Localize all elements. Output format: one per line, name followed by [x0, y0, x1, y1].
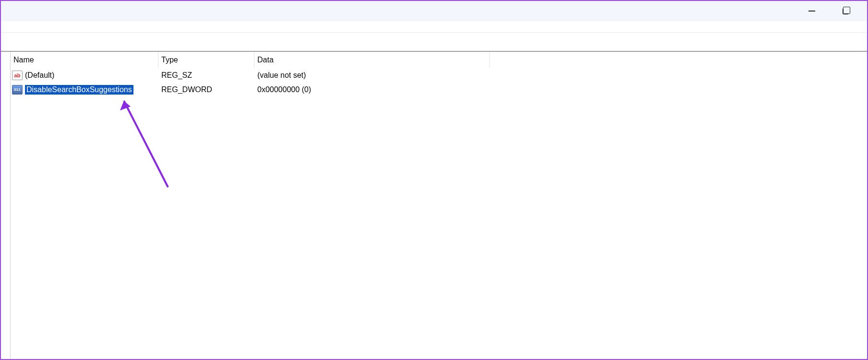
value-name: DisableSearchBoxSuggestions [25, 85, 133, 95]
minimize-button[interactable] [795, 1, 829, 21]
column-header-name[interactable]: Name [11, 52, 158, 68]
restore-icon [843, 8, 849, 14]
column-headers: Name Type Data [11, 52, 867, 68]
minimize-icon [808, 11, 815, 12]
address-bar-area [1, 33, 867, 51]
dword-value-icon: 011 [12, 84, 23, 95]
value-data: (value not set) [254, 71, 490, 80]
rows-container: ab(Default)REG_SZ(value not set)011Disab… [11, 68, 867, 97]
menubar [1, 21, 867, 33]
value-name: (Default) [25, 71, 54, 80]
column-header-type[interactable]: Type [158, 52, 254, 68]
tree-panel-sliver[interactable] [1, 52, 11, 359]
maximize-button[interactable] [829, 1, 862, 21]
titlebar [1, 1, 867, 21]
column-header-data[interactable]: Data [254, 52, 490, 68]
registry-list-view[interactable]: Name Type Data ab(Default)REG_SZ(value n… [11, 52, 867, 359]
value-data: 0x00000000 (0) [254, 85, 490, 94]
value-type: REG_SZ [158, 71, 254, 80]
value-type: REG_DWORD [158, 85, 254, 94]
table-row[interactable]: 011DisableSearchBoxSuggestionsREG_DWORD0… [11, 83, 867, 97]
table-row[interactable]: ab(Default)REG_SZ(value not set) [11, 68, 867, 83]
string-value-icon: ab [12, 70, 23, 81]
